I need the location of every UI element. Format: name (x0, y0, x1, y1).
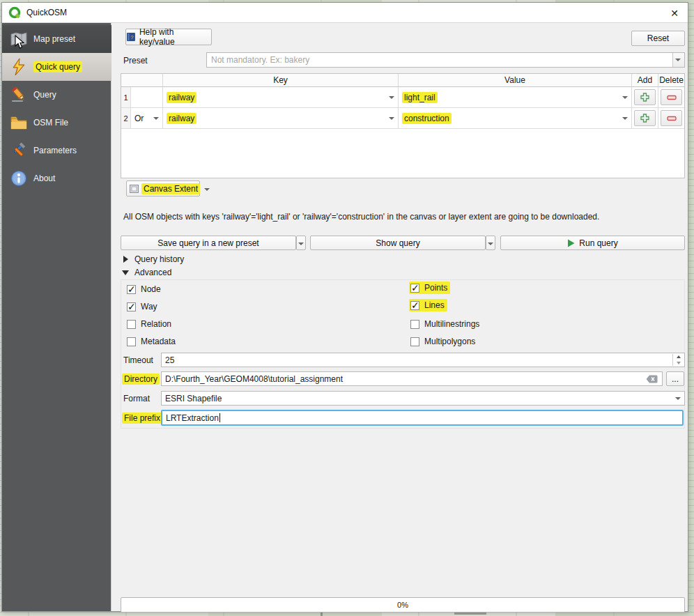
checkbox-label: Points (424, 283, 447, 293)
header-value: Value (399, 74, 632, 87)
run-query-button[interactable]: Run query (500, 236, 685, 250)
query-history-section[interactable]: Query history (123, 254, 184, 264)
sidebar-item-label: About (33, 174, 55, 183)
quick-query-panel: ? Help with key/value Reset Preset Key V… (111, 23, 688, 611)
checkbox-metadata[interactable]: Metadata (127, 335, 176, 348)
sidebar-item-about[interactable]: About (2, 164, 111, 192)
show-query-label: Show query (376, 238, 419, 248)
checkbox-relation[interactable]: Relation (127, 318, 171, 330)
mouse-cursor (15, 35, 25, 49)
spin-down-icon[interactable] (673, 360, 684, 367)
file-prefix-input[interactable]: LRTExtraction (161, 410, 684, 426)
checkbox-label: Lines (424, 300, 445, 310)
delete-row-button[interactable] (661, 110, 682, 126)
value-combobox[interactable]: construction (399, 108, 632, 129)
checkbox-label: Multipolygons (424, 337, 475, 346)
save-preset-label: Save query in a new preset (157, 238, 259, 248)
info-icon (10, 169, 28, 187)
clear-icon[interactable] (646, 375, 658, 383)
chevron-down-icon (675, 59, 681, 61)
key-value-table: Key Value Add Delete 1 railway light_rai… (121, 73, 685, 178)
sidebar-item-osm-file[interactable]: OSM File (2, 109, 111, 137)
sidebar-item-label: Map preset (33, 34, 75, 44)
checkbox-multilinestrings[interactable]: Multilinestrings (410, 318, 479, 330)
browse-label: ... (672, 374, 679, 384)
sidebar-item-query[interactable]: Query (2, 81, 111, 109)
help-button-label: Help with key/value (139, 27, 211, 47)
extent-selector-button[interactable]: Canvas Extent (126, 180, 200, 197)
sidebar-item-parameters[interactable]: Parameters (2, 137, 111, 164)
checkbox-lines[interactable]: Lines (409, 299, 447, 311)
key-combobox[interactable]: railway (163, 87, 399, 108)
add-row-button[interactable] (634, 89, 656, 105)
sidebar-item-label: Parameters (33, 146, 77, 155)
file-prefix-value: LRTExtraction (166, 413, 219, 423)
window-title: QuickOSM (26, 8, 67, 17)
sidebar-item-quick-query[interactable]: Quick query (2, 53, 111, 81)
header-add: Add (632, 74, 658, 87)
operator-combobox[interactable]: Or (131, 108, 163, 129)
timeout-spinbox[interactable]: 25 (161, 353, 685, 367)
preset-dropdown-button[interactable] (672, 53, 684, 67)
checkbox-multipolygons[interactable]: Multipolygons (410, 335, 475, 348)
advanced-section[interactable]: Advanced (122, 268, 171, 277)
minus-icon (667, 116, 677, 121)
checkbox-unchecked-icon (127, 337, 136, 346)
key-combobox[interactable]: railway (163, 108, 399, 129)
browse-directory-button[interactable]: ... (666, 371, 684, 386)
progress-bar: 0% (121, 597, 685, 613)
help-book-icon: ? (126, 32, 136, 42)
directory-label: Directory (122, 374, 160, 384)
spinner-buttons[interactable] (672, 354, 684, 366)
save-preset-button[interactable]: Save query in a new preset (121, 236, 296, 250)
header-key: Key (163, 74, 399, 87)
extent-icon (130, 185, 139, 193)
delete-row-button[interactable] (661, 89, 682, 105)
operator-combobox[interactable] (131, 87, 163, 108)
title-bar[interactable]: QuickOSM ✕ (2, 3, 688, 23)
map-road-fragment (321, 613, 323, 616)
plus-icon (640, 114, 649, 123)
checkbox-label: Multilinestrings (424, 319, 479, 329)
chevron-down-icon (488, 242, 493, 245)
timeout-value: 25 (165, 355, 174, 365)
spin-up-icon[interactable] (673, 354, 684, 360)
checkbox-unchecked-icon (410, 337, 419, 346)
checkbox-node[interactable]: Node (127, 283, 161, 295)
header-op (121, 74, 163, 87)
preset-combobox[interactable] (206, 52, 685, 68)
directory-input[interactable]: D:\Fourth_Year\GEOM4008\tutorial_assignm… (161, 371, 663, 386)
value-combobox[interactable]: light_rail (399, 87, 632, 108)
sidebar-item-label: OSM File (33, 118, 68, 128)
checkbox-unchecked-icon (127, 320, 136, 329)
reset-button[interactable]: Reset (631, 31, 685, 46)
folder-icon (10, 114, 28, 132)
tools-icon (10, 141, 28, 160)
chevron-down-icon (622, 117, 628, 120)
chevron-down-icon (675, 397, 681, 400)
checkbox-points[interactable]: Points (409, 282, 450, 294)
add-row-button[interactable] (634, 110, 656, 126)
header-delete: Delete (658, 74, 684, 87)
chevron-down-icon (298, 242, 304, 245)
chevron-down-icon (622, 96, 628, 99)
row-number: 2 (121, 108, 131, 129)
show-query-dropdown-button[interactable] (486, 236, 495, 250)
timeout-label: Timeout (123, 355, 153, 365)
checkbox-label: Way (141, 302, 157, 311)
text-caret (219, 413, 220, 422)
sidebar: Map preset Quick query Query (2, 23, 111, 611)
format-combobox[interactable]: ESRI Shapefile (161, 391, 685, 406)
save-preset-dropdown-button[interactable] (296, 236, 306, 250)
chevron-down-icon (153, 117, 159, 120)
directory-value: D:\Fourth_Year\GEOM4008\tutorial_assignm… (165, 374, 343, 384)
help-key-value-button[interactable]: ? Help with key/value (125, 29, 212, 45)
chevron-down-icon (389, 96, 394, 99)
close-button[interactable]: ✕ (665, 5, 684, 21)
progress-text: 0% (397, 601, 408, 609)
chevron-down-icon (204, 188, 210, 191)
svg-text:?: ? (130, 34, 134, 40)
show-query-button[interactable]: Show query (310, 236, 486, 250)
preset-input[interactable] (207, 53, 670, 67)
checkbox-way[interactable]: Way (127, 300, 157, 313)
